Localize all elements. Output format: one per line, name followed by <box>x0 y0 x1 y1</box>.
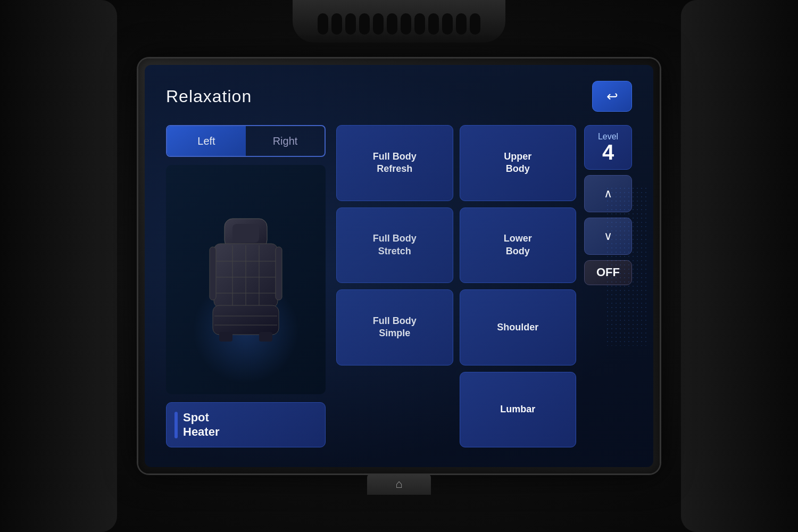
full-body-refresh-label: Full BodyRefresh <box>373 151 417 176</box>
top-vent <box>293 0 505 43</box>
level-value: 4 <box>602 142 614 163</box>
level-display: Level 4 <box>584 125 632 170</box>
vent-slot <box>401 13 411 35</box>
vent-slot <box>331 13 342 35</box>
car-surround: Relaxation ↩ Left Right <box>0 0 798 532</box>
lumbar-button[interactable]: Lumbar <box>460 372 577 448</box>
full-body-simple-label: Full BodySimple <box>373 315 417 340</box>
home-button-area[interactable]: ⌂ <box>367 473 431 495</box>
decorative-dots <box>605 186 648 346</box>
screen-bezel: Relaxation ↩ Left Right <box>138 59 660 473</box>
seat-display <box>166 165 326 394</box>
upper-body-button[interactable]: UpperBody <box>460 125 577 201</box>
vent-slot <box>414 13 425 35</box>
svg-rect-10 <box>276 247 282 300</box>
right-trim-panel <box>681 0 798 532</box>
svg-rect-15 <box>259 332 272 342</box>
vent-slot <box>470 13 480 35</box>
spot-heater-label: Spot Heater <box>183 411 219 439</box>
vent-slot <box>387 13 397 35</box>
left-panel-content: Left Right <box>166 125 326 447</box>
full-body-simple-button[interactable]: Full BodySimple <box>336 289 453 365</box>
empty-cell <box>336 372 453 448</box>
tab-right[interactable]: Right <box>246 126 325 156</box>
right-panel-content: Full BodyRefresh UpperBody Full BodyStre… <box>336 125 632 447</box>
shoulder-label: Shoulder <box>497 321 538 334</box>
lower-body-button[interactable]: LowerBody <box>460 207 577 284</box>
vent-slot <box>359 13 370 35</box>
page-title: Relaxation <box>166 87 252 106</box>
vent-slot <box>456 13 467 35</box>
screen-header: Relaxation ↩ <box>166 81 632 112</box>
seat-diagram <box>198 216 294 344</box>
massage-buttons-grid: Full BodyRefresh UpperBody Full BodyStre… <box>336 125 576 447</box>
back-button[interactable]: ↩ <box>592 81 632 112</box>
spot-heater-indicator <box>174 412 178 438</box>
seat-side-tabs: Left Right <box>166 125 326 157</box>
vent-slot <box>442 13 453 35</box>
shoulder-button[interactable]: Shoulder <box>460 289 577 365</box>
spot-heater-button[interactable]: Spot Heater <box>166 402 326 447</box>
home-icon: ⌂ <box>395 477 402 491</box>
svg-rect-11 <box>213 305 279 335</box>
tab-left[interactable]: Left <box>167 126 246 156</box>
tab-right-label: Right <box>273 135 298 147</box>
vent-slot <box>428 13 439 35</box>
back-icon: ↩ <box>606 88 618 105</box>
lumbar-label: Lumbar <box>500 403 535 415</box>
vent-slot <box>318 13 328 35</box>
infotainment-screen: Relaxation ↩ Left Right <box>145 65 653 467</box>
left-trim-panel <box>0 0 117 532</box>
svg-rect-1 <box>232 224 259 243</box>
full-body-stretch-label: Full BodyStretch <box>373 232 417 257</box>
full-body-stretch-button[interactable]: Full BodyStretch <box>336 207 453 284</box>
vent-slot <box>345 13 356 35</box>
full-body-refresh-button[interactable]: Full BodyRefresh <box>336 125 453 201</box>
svg-rect-9 <box>210 247 216 300</box>
svg-rect-14 <box>219 332 232 342</box>
lower-body-label: LowerBody <box>504 232 532 257</box>
main-content: Left Right <box>166 125 632 447</box>
vent-slot <box>373 13 384 35</box>
upper-body-label: UpperBody <box>504 151 531 176</box>
tab-left-label: Left <box>197 135 215 147</box>
